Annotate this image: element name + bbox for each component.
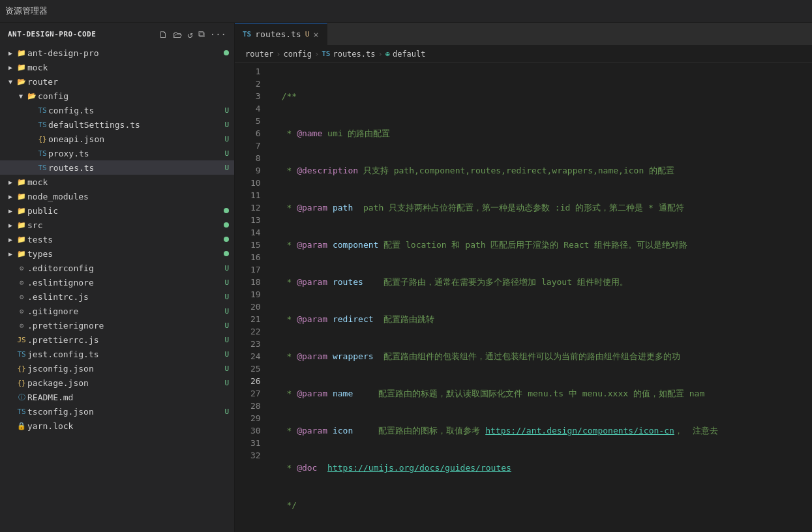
modified-badge: U — [224, 364, 229, 373]
chevron-right-icon: ▶ — [5, 64, 16, 71]
line-num-4: 4 — [250, 102, 261, 115]
sidebar-item-mock-root[interactable]: ▶ 📁 mock — [0, 60, 234, 74]
ts-file-icon: TS — [37, 106, 48, 115]
line-num-29: 29 — [250, 412, 261, 424]
editor-content[interactable]: 1 2 3 4 5 6 7 8 9 10 11 12 13 14 15 16 1… — [235, 63, 812, 532]
ts-file-icon: TS — [16, 350, 27, 359]
gear-file-icon: ⚙ — [16, 278, 27, 287]
breadcrumb-sep-1: › — [276, 50, 280, 59]
sidebar-item-editorconfig[interactable]: ⚙ .editorconfig U — [0, 261, 234, 275]
ts-icon: TS — [243, 30, 251, 38]
gear-file-icon: ⚙ — [16, 264, 27, 273]
line-num-10: 10 — [250, 177, 261, 189]
sidebar-item-gitignore[interactable]: ⚙ .gitignore U — [0, 304, 234, 318]
sidebar-item-label: public — [27, 206, 221, 216]
modified-badge: U — [224, 321, 229, 330]
line-num-21: 21 — [250, 313, 261, 325]
sidebar-item-router[interactable]: ▼ 📂 router — [0, 74, 234, 89]
sidebar-item-jest-config-ts[interactable]: TS jest.config.ts U — [0, 347, 234, 361]
project-root-label: ANT-DESIGN-PRO-CODE — [8, 30, 96, 38]
sidebar-item-label: jsconfig.json — [27, 364, 222, 374]
chevron-right-icon: ▶ — [5, 193, 16, 200]
more-icon[interactable]: ··· — [210, 29, 226, 40]
new-file-icon[interactable]: 🗋 — [158, 29, 168, 40]
sidebar-item-eslintrc-js[interactable]: ⚙ .eslintrc.js U — [0, 289, 234, 304]
status-dot — [224, 222, 229, 228]
folder-icon: 📁 — [16, 178, 27, 186]
sidebar-item-proxy-ts[interactable]: TS proxy.ts U — [0, 146, 234, 160]
folder-open-icon: 📂 — [26, 92, 38, 100]
chevron-right-icon: ▶ — [5, 222, 16, 229]
line-num-12: 12 — [250, 201, 261, 214]
sidebar-item-public[interactable]: ▶ 📁 public — [0, 203, 234, 218]
sidebar-item-config-ts[interactable]: TS config.ts U — [0, 103, 234, 117]
sidebar-item-label: .editorconfig — [27, 263, 222, 273]
folder-icon: 📁 — [16, 63, 27, 72]
sidebar-item-label: src — [27, 220, 221, 230]
status-dot — [224, 50, 229, 55]
modified-badge: U — [224, 264, 229, 273]
line-num-11: 11 — [250, 189, 261, 201]
sidebar-item-jsconfig-json[interactable]: {} jsconfig.json U — [0, 361, 234, 376]
breadcrumb-config[interactable]: config — [284, 50, 312, 59]
sidebar-item-prettierignore[interactable]: ⚙ .prettierignore U — [0, 318, 234, 332]
code-line-5: * @param component 配置 location 和 path 匹配… — [282, 239, 812, 251]
line-num-25: 25 — [250, 362, 261, 375]
sidebar-item-oneapi-json[interactable]: {} oneapi.json U — [0, 132, 234, 146]
status-dot — [224, 251, 229, 256]
folder-open-icon: 📂 — [16, 78, 27, 86]
sidebar-item-src[interactable]: ▶ 📁 src — [0, 218, 234, 232]
tab-routes-ts[interactable]: TS routes.ts U × — [235, 23, 327, 45]
sidebar-item-label: .eslintignore — [27, 278, 222, 288]
sidebar-item-config-folder[interactable]: ▼ 📂 config — [0, 89, 234, 103]
gear-file-icon: ⚙ — [16, 321, 27, 330]
modified-badge: U — [224, 307, 229, 316]
sidebar-item-ant-design-pro[interactable]: ▶ 📁 ant-design-pro — [0, 46, 234, 60]
sidebar-item-mock[interactable]: ▶ 📁 mock — [0, 175, 234, 189]
breadcrumb-router[interactable]: router — [245, 50, 273, 59]
modified-badge: U — [224, 121, 229, 129]
line-num-32: 32 — [250, 449, 261, 462]
line-num-23: 23 — [250, 338, 261, 350]
chevron-down-icon: ▼ — [5, 78, 16, 85]
breadcrumb-sep-3: › — [378, 50, 382, 59]
line-num-31: 31 — [250, 437, 261, 449]
line-num-9: 9 — [250, 164, 261, 177]
sidebar-item-tests[interactable]: ▶ 📁 tests — [0, 232, 234, 246]
line-num-5: 5 — [250, 115, 261, 127]
breadcrumb-symbol-icon: ⊕ — [385, 50, 390, 59]
sidebar-item-routes-ts[interactable]: TS routes.ts U — [0, 160, 234, 175]
sidebar-item-label: package.json — [27, 378, 222, 388]
modified-badge: U — [224, 379, 229, 387]
gear-file-icon: ⚙ — [16, 293, 27, 301]
sidebar-item-tsconfig-json[interactable]: TS tsconfig.json U — [0, 404, 234, 419]
sidebar-item-label: routes.ts — [48, 163, 222, 173]
breadcrumb-sep-2: › — [314, 50, 319, 59]
modified-badge: U — [224, 350, 229, 359]
breadcrumb-symbol[interactable]: default — [393, 50, 426, 59]
sidebar-item-eslintignore[interactable]: ⚙ .eslintignore U — [0, 275, 234, 289]
sidebar-item-label: config — [38, 91, 229, 101]
info-file-icon: ⓘ — [16, 392, 27, 402]
collapse-icon[interactable]: ⧉ — [198, 29, 205, 40]
breadcrumb-filename[interactable]: routes.ts — [333, 50, 375, 59]
tab-close-button[interactable]: × — [313, 29, 318, 40]
code-line-11: * @doc https://umijs.org/docs/guides/rou… — [282, 462, 812, 474]
js-file-icon: JS — [16, 336, 27, 344]
sidebar-item-node-modules[interactable]: ▶ 📁 node_modules — [0, 189, 234, 203]
sidebar-item-package-json[interactable]: {} package.json U — [0, 376, 234, 390]
refresh-icon[interactable]: ↺ — [187, 29, 192, 40]
sidebar-item-prettierrc-js[interactable]: JS .prettierrc.js U — [0, 332, 234, 347]
new-folder-icon[interactable]: 🗁 — [173, 29, 182, 40]
status-dot — [224, 208, 229, 213]
title-bar: 资源管理器 — [0, 0, 812, 23]
code-editor[interactable]: /** * @name umi 的路由配置 * @description 只支持… — [271, 63, 812, 532]
sidebar-item-label: router — [27, 77, 229, 87]
sidebar-item-defaultSettings-ts[interactable]: TS defaultSettings.ts U — [0, 117, 234, 132]
sidebar-item-readme-md[interactable]: ⓘ README.md — [0, 390, 234, 404]
sidebar-item-types[interactable]: ▶ 📁 types — [0, 246, 234, 261]
sidebar-item-label: yarn.lock — [27, 421, 229, 431]
folder-icon: 📁 — [16, 235, 27, 244]
sidebar-item-yarn-lock[interactable]: 🔒 yarn.lock — [0, 419, 234, 433]
chevron-down-icon: ▼ — [16, 93, 26, 100]
